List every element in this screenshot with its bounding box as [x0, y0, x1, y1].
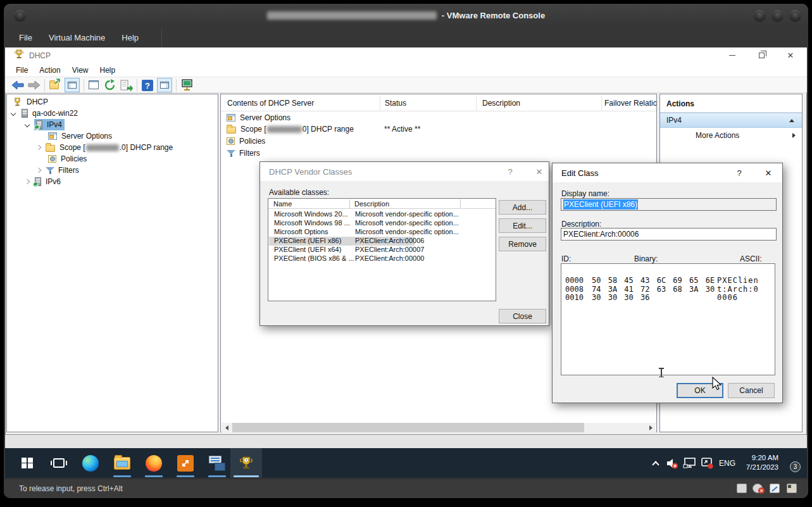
- vendor-help-icon[interactable]: ?: [499, 162, 521, 181]
- file-explorer-button[interactable]: [108, 448, 137, 478]
- remote-app-button[interactable]: [171, 448, 200, 478]
- vendor-col-name[interactable]: Name: [273, 200, 292, 208]
- vendor-close-icon[interactable]: ✕: [528, 162, 550, 181]
- volume-muted-button[interactable]: [665, 456, 679, 470]
- dhcp-taskbar-button[interactable]: [230, 448, 262, 478]
- column-header-description[interactable]: Description: [482, 99, 520, 108]
- tree-item-filters[interactable]: Filters: [37, 165, 79, 176]
- edge-button[interactable]: [76, 448, 105, 478]
- refresh-icon[interactable]: [104, 79, 116, 94]
- tree-item-policies[interactable]: Policies: [48, 153, 87, 165]
- dhcp-menu-action[interactable]: Action: [34, 66, 66, 75]
- clock[interactable]: 9:20 AM 7/21/2023: [738, 453, 778, 473]
- dhcp-titlebar[interactable]: DHCP: [5, 47, 807, 63]
- defender-alert-button[interactable]: [700, 456, 715, 470]
- task-view-button[interactable]: [44, 448, 73, 478]
- vm-network-adapter-icon[interactable]: [787, 484, 797, 493]
- dhcp-minimize-icon[interactable]: [718, 47, 747, 63]
- cancel-button[interactable]: Cancel: [728, 383, 775, 398]
- scroll-right-icon[interactable]: [646, 423, 656, 432]
- vm-cdrom-icon[interactable]: ✕: [753, 484, 763, 493]
- tree-item-ipv6[interactable]: IPv6: [25, 176, 61, 187]
- firefox-button[interactable]: [139, 448, 168, 478]
- scroll-left-icon[interactable]: [222, 423, 232, 432]
- ipv4-server-icon: [36, 120, 42, 129]
- vendor-row[interactable]: Microsoft Windows 20...Microsoft vendor-…: [269, 210, 495, 219]
- list-row-filters[interactable]: Filters: [227, 149, 260, 158]
- redacted-scope-ip: [267, 126, 302, 133]
- dhcp-restore-icon[interactable]: [747, 47, 776, 63]
- description-field[interactable]: PXEClient:Arch:00006: [561, 228, 777, 241]
- tree-item-ipv4[interactable]: IPv4: [25, 119, 65, 130]
- remove-button[interactable]: Remove: [499, 237, 546, 251]
- forward-icon[interactable]: [28, 80, 41, 93]
- up-one-level-icon[interactable]: [49, 80, 59, 92]
- dhcp-close-icon[interactable]: ✕: [776, 47, 805, 63]
- show-action-pane-icon[interactable]: [157, 78, 172, 92]
- help-icon[interactable]: ?: [142, 80, 153, 91]
- vm-harddisk-icon[interactable]: [737, 484, 747, 493]
- vendor-row[interactable]: PXEClient (UEFI x64)PXEClient:Arch:00007: [269, 246, 495, 254]
- vendor-row-selected[interactable]: PXEClient (UEFI x86)PXEClient:Arch:00006: [269, 237, 495, 246]
- remote-console-icon[interactable]: [181, 79, 194, 94]
- vm-usb-icon[interactable]: [770, 484, 780, 493]
- expander-collapsed-icon[interactable]: [25, 179, 30, 184]
- dhcp-menu-file[interactable]: File: [10, 66, 34, 75]
- network-button[interactable]: [682, 456, 697, 470]
- vmware-menu-ball-icon[interactable]: [15, 10, 25, 21]
- back-icon[interactable]: [11, 80, 24, 93]
- tree-item-dhcp-root[interactable]: DHCP: [13, 96, 48, 108]
- list-row-policies[interactable]: Policies: [227, 137, 265, 146]
- expander-collapsed-icon[interactable]: [36, 145, 41, 150]
- more-actions-item[interactable]: More Actions: [660, 128, 802, 143]
- edit-help-icon[interactable]: ?: [728, 163, 750, 182]
- chevron-up-icon: [652, 461, 659, 468]
- edge-icon: [82, 455, 99, 472]
- scrollbar-thumb[interactable]: [232, 423, 584, 432]
- display-name-field[interactable]: PXEClient (UEFI x86): [561, 198, 777, 211]
- vmware-maximize-icon[interactable]: [772, 10, 783, 21]
- expander-open-icon[interactable]: [25, 122, 30, 127]
- actions-group-ipv4[interactable]: IPv4: [660, 113, 802, 128]
- vmware-close-icon[interactable]: [790, 10, 801, 21]
- close-button[interactable]: Close: [499, 309, 546, 323]
- vendor-classes-list[interactable]: Name Description Microsoft Windows 20...…: [268, 198, 496, 301]
- network-icon: [683, 457, 697, 470]
- edit-button[interactable]: Edit...: [499, 218, 546, 233]
- vendor-row[interactable]: Microsoft OptionsMicrosoft vendor-specif…: [269, 228, 495, 237]
- tree-item-server[interactable]: qa-odc-win22: [11, 108, 78, 119]
- server-manager-button[interactable]: [203, 448, 232, 478]
- vmware-titlebar[interactable]: - VMware Remote Console: [4, 4, 808, 27]
- expander-open-icon[interactable]: [11, 111, 16, 116]
- vendor-row[interactable]: PXEClient (BIOS x86 & ...PXEClient:Arch:…: [269, 254, 495, 263]
- running-indicator: [177, 475, 194, 477]
- horizontal-scrollbar[interactable]: [222, 423, 656, 432]
- export-list-icon[interactable]: [120, 80, 133, 94]
- list-row-server-options[interactable]: Server Options: [227, 113, 290, 122]
- vmware-menu-virtual-machine[interactable]: Virtual Machine: [49, 33, 105, 42]
- tree-item-server-options[interactable]: Server Options: [48, 130, 112, 142]
- start-button[interactable]: [13, 448, 42, 478]
- tree-item-scope[interactable]: Scope [ .0] DHCP range: [37, 142, 173, 153]
- vmware-menu-help[interactable]: Help: [122, 33, 139, 42]
- dhcp-menu-help[interactable]: Help: [94, 66, 122, 75]
- edit-close-icon[interactable]: ✕: [758, 163, 779, 182]
- binary-hex-editor[interactable]: 000050 58 45 43 6C 69 65 6EPXEClien 0008…: [561, 263, 775, 375]
- vendor-col-description[interactable]: Description: [354, 200, 389, 208]
- show-console-tree-icon[interactable]: [65, 78, 80, 92]
- expander-collapsed-icon[interactable]: [36, 168, 41, 173]
- vmware-minimize-icon[interactable]: [754, 10, 765, 21]
- vmware-menu-file[interactable]: File: [19, 33, 32, 42]
- add-button[interactable]: Add...: [499, 200, 546, 215]
- language-indicator[interactable]: ENG: [718, 458, 737, 469]
- collapse-icon[interactable]: [789, 119, 794, 122]
- dhcp-menu-view[interactable]: View: [66, 66, 94, 75]
- vendor-row[interactable]: Microsoft Windows 98 ...Microsoft vendor…: [269, 219, 495, 228]
- dhcp-taskbar-icon: [239, 456, 253, 470]
- list-row-scope[interactable]: Scope [ 0] DHCP range: [227, 125, 354, 134]
- column-header-status[interactable]: Status: [385, 99, 406, 108]
- column-header-contents[interactable]: Contents of DHCP Server: [227, 99, 314, 108]
- properties-icon[interactable]: [89, 80, 99, 92]
- tray-expand-button[interactable]: [649, 457, 662, 470]
- column-header-failover[interactable]: Failover Relatio: [604, 99, 656, 108]
